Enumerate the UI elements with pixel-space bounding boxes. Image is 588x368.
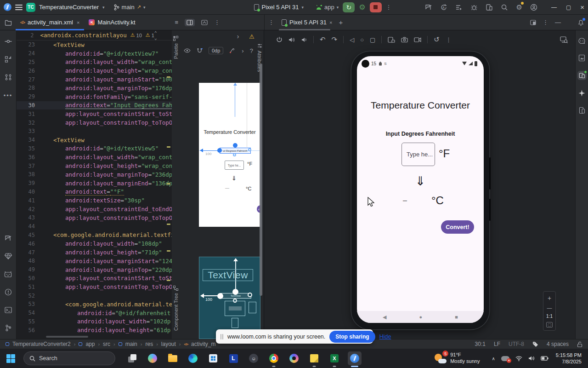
code-line[interactable]: 48android:layout_marginStart="124 xyxy=(17,257,172,265)
search-everywhere-icon[interactable] xyxy=(501,4,508,11)
file-encoding[interactable]: UTF-8 xyxy=(509,341,524,347)
snapshots-icon[interactable]: ↺ xyxy=(434,35,440,44)
canvas-result-dash[interactable]: — xyxy=(225,186,229,190)
weather-widget[interactable]: 5 91°F Mostly sunny xyxy=(435,352,480,365)
line-number[interactable]: 56 xyxy=(17,327,41,334)
assistant-sparkle-icon[interactable] xyxy=(577,88,587,98)
project-folder-icon[interactable] xyxy=(5,19,12,26)
close-button[interactable]: × xyxy=(580,3,584,11)
code-line[interactable]: 50app:layout_constraintStart_toSt xyxy=(17,274,172,283)
breadcrumb-layout[interactable]: layout xyxy=(161,341,176,347)
line-number[interactable]: 25 xyxy=(17,59,41,65)
code-line[interactable]: 40android:text="°F" xyxy=(17,188,172,196)
code-line[interactable]: 29android:fontFamily="sans-serif- xyxy=(17,92,172,101)
running-devices-tool-icon[interactable] xyxy=(577,71,587,80)
breadcrumb-project[interactable]: TemperatureConverter2 xyxy=(12,341,71,347)
line-number[interactable]: 48 xyxy=(17,258,41,264)
hide-panel-icon[interactable]: — xyxy=(555,19,561,26)
nav-back-icon[interactable]: ◀ xyxy=(383,314,386,320)
nav-recents-icon[interactable]: ■ xyxy=(455,314,458,320)
selected-textview[interactable]: ut Degrees Fahrenh xyxy=(220,148,251,154)
screenshot-icon[interactable] xyxy=(388,37,395,43)
warning-stripe-mark[interactable] xyxy=(167,250,170,252)
onedrive-icon[interactable]: × xyxy=(501,356,509,361)
hide-link[interactable]: Hide xyxy=(379,334,391,340)
code-line[interactable]: 23<TextView xyxy=(17,40,172,49)
zoom-level[interactable]: 1:1 xyxy=(546,314,553,319)
code-line[interactable]: 49android:layout_marginTop="220dp xyxy=(17,265,172,274)
emulator-home-icon[interactable]: ○ xyxy=(360,36,364,43)
panel-options-icon[interactable]: ⋮ xyxy=(268,19,274,26)
code-line[interactable]: 34<TextView xyxy=(17,136,172,144)
code-line[interactable]: 37android:layout_height="wrap_con xyxy=(17,161,172,170)
code-editor[interactable]: 2 <androidx.constraintlayou ⚠10 ⚠1 ⌃ ⌄ 2… xyxy=(17,30,172,339)
line-number[interactable]: 44 xyxy=(17,223,41,230)
main-menu-icon[interactable] xyxy=(15,5,23,10)
device-selector[interactable]: Pixel 5 API 31 ▾ xyxy=(254,4,304,11)
rotate-right-icon[interactable]: ↷ xyxy=(332,35,338,44)
problems-tool-icon[interactable] xyxy=(4,288,13,297)
fahrenheit-input-field[interactable]: Type he... xyxy=(401,143,435,166)
line-number[interactable]: 39 xyxy=(17,180,41,186)
run-config-selector[interactable]: app ▾ xyxy=(316,4,339,11)
code-line[interactable]: 47android:layout_height="71dp" xyxy=(17,248,172,257)
design-toggle-icon[interactable] xyxy=(201,20,208,25)
line-number[interactable]: 43 xyxy=(17,214,41,221)
clock-widget[interactable]: 5:15:58 PM 7/8/2025 xyxy=(556,352,582,365)
emulator-overview-icon[interactable]: ▢ xyxy=(370,36,375,43)
warning-stripe-mark[interactable] xyxy=(167,76,170,78)
code-line[interactable]: 39android:layout_marginEnd="136dp xyxy=(17,179,172,188)
close-tab-icon[interactable]: × xyxy=(77,20,79,25)
sticky-header-line[interactable]: 2 <androidx.constraintlayou ⚠10 ⚠1 ⌃ ⌄ xyxy=(17,30,172,40)
blueprint-handle-left[interactable] xyxy=(217,293,223,299)
linkedin-button[interactable]: L xyxy=(226,351,240,365)
battery-tray-icon[interactable] xyxy=(541,356,548,361)
code-line[interactable]: 24android:id="@+id/textView7" xyxy=(17,49,172,58)
device-mirror-tool-icon[interactable] xyxy=(577,106,587,115)
line-number[interactable]: 40 xyxy=(17,189,41,195)
line-number[interactable]: 41 xyxy=(17,197,41,204)
file-explorer-button[interactable] xyxy=(166,351,180,365)
code-line[interactable]: 25android:layout_width="wrap_cont xyxy=(17,58,172,67)
emulator-back-icon[interactable]: ◁ xyxy=(350,36,354,43)
canvas-app-title[interactable]: Temperature Converter xyxy=(199,129,260,135)
layout-warning-icon[interactable]: ⚠ xyxy=(249,33,254,40)
default-margin-selector[interactable]: 0dp xyxy=(209,47,223,54)
code-line[interactable]: 46android:layout_width="108dp" xyxy=(17,239,172,248)
tray-chevron-icon[interactable]: ∧ xyxy=(492,356,495,361)
unlock-icon[interactable] xyxy=(577,341,582,347)
code-line[interactable]: 52 xyxy=(17,291,172,300)
design-canvas[interactable]: Temperature Converter 100 ut Degrees Fah… xyxy=(199,83,260,227)
line-number[interactable]: 52 xyxy=(17,293,41,299)
canvas-input-field[interactable]: Type he... xyxy=(225,161,244,170)
breadcrumb-res[interactable]: res xyxy=(145,341,153,347)
palette-tab[interactable]: Palette xyxy=(172,36,180,59)
excel-button[interactable]: X xyxy=(328,351,341,365)
blueprint-canvas[interactable]: TextView TextView 100 xyxy=(199,257,260,339)
zoom-in-icon[interactable]: + xyxy=(548,294,551,302)
line-number[interactable]: 54 xyxy=(17,310,41,316)
code-line[interactable]: 38android:layout_marginTop="236dp xyxy=(17,170,172,179)
settings-gear-icon[interactable]: ⚙ xyxy=(516,3,522,12)
canvas-fahrenheit-label[interactable]: °F xyxy=(247,161,252,167)
rotate-left-icon[interactable]: ↶ xyxy=(320,35,326,44)
line-number[interactable]: 51 xyxy=(17,284,41,290)
commit-tool-icon[interactable] xyxy=(4,37,13,46)
copilot-button[interactable] xyxy=(146,351,159,365)
constraint-handle-right[interactable] xyxy=(248,148,251,151)
minimize-button[interactable]: — xyxy=(551,4,557,11)
clear-constraints-icon[interactable] xyxy=(229,48,236,53)
warning-stripe-mark[interactable] xyxy=(167,224,170,225)
loom-app-button[interactable] xyxy=(287,351,301,365)
discord-button[interactable]: ☺ xyxy=(247,351,260,365)
warnings-widget[interactable]: ⚠10 xyxy=(130,32,142,38)
design-scrollbar[interactable] xyxy=(260,63,262,296)
typos-widget[interactable]: ⚠1 xyxy=(146,32,154,38)
line-number[interactable]: 30 xyxy=(17,102,41,109)
split-view-icon[interactable] xyxy=(185,19,195,26)
device-manager-icon[interactable] xyxy=(486,4,493,11)
line-number[interactable]: 45 xyxy=(17,232,41,238)
maximize-button[interactable]: ▢ xyxy=(566,4,571,11)
account-icon[interactable] xyxy=(530,4,537,11)
help-icon[interactable]: ? xyxy=(250,47,253,54)
